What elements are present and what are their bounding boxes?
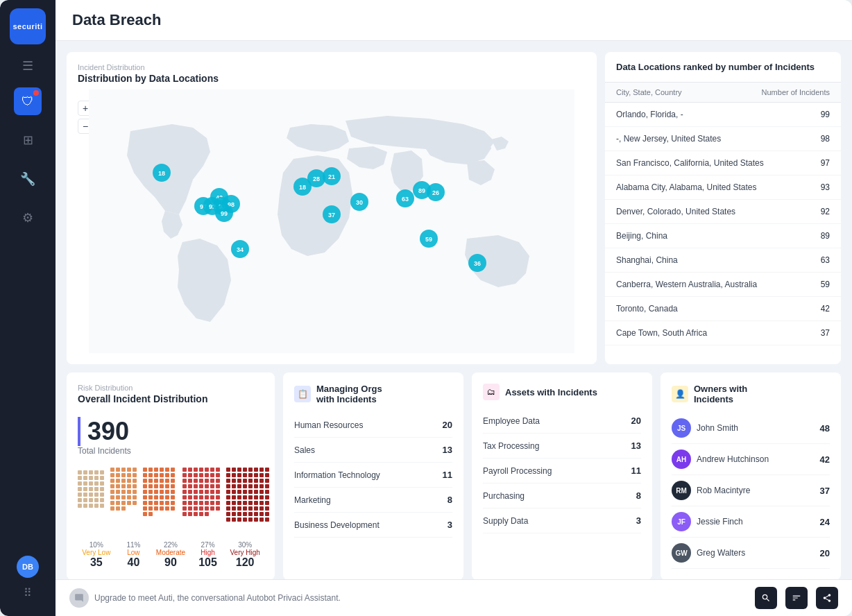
map-container: 18 42 97 xyxy=(78,89,586,353)
svg-rect-136 xyxy=(154,490,158,494)
svg-rect-198 xyxy=(199,495,203,499)
svg-rect-75 xyxy=(127,468,131,472)
list-item[interactable]: Shanghai, China 63 xyxy=(605,248,841,273)
sidebar-item-dashboard[interactable]: ⊞ xyxy=(14,126,42,154)
svg-rect-103 xyxy=(116,501,120,505)
sidebar-item-tools[interactable]: 🔧 xyxy=(14,165,42,193)
owner-row[interactable]: RM Rob Macintyre 37 xyxy=(672,475,830,506)
map-pin-34[interactable]: 34 xyxy=(231,240,249,258)
list-item[interactable]: Information Technology 11 xyxy=(294,463,452,488)
svg-rect-134 xyxy=(143,490,147,494)
map-pin-21[interactable]: 21 xyxy=(323,167,341,185)
list-item[interactable]: Payroll Processing 11 xyxy=(483,459,641,484)
share-button[interactable] xyxy=(816,587,838,609)
svg-rect-63 xyxy=(83,498,87,502)
dots-very-high xyxy=(226,468,272,533)
nav-badge xyxy=(33,90,39,96)
owner-row[interactable]: JS John Smith 48 xyxy=(672,413,830,444)
list-item[interactable]: Cape Town, South Africa 37 xyxy=(605,321,841,345)
list-item[interactable]: Toronto, Canada 42 xyxy=(605,297,841,321)
list-item[interactable]: Marketing 8 xyxy=(294,488,452,513)
map-pin-26[interactable]: 26 xyxy=(427,183,445,201)
svg-rect-177 xyxy=(199,479,203,483)
owner-row[interactable]: GW Greg Walters 20 xyxy=(672,538,830,569)
svg-rect-252 xyxy=(265,484,269,488)
svg-text:30: 30 xyxy=(356,199,363,206)
list-item[interactable]: Employee Data 20 xyxy=(483,409,641,434)
list-item[interactable]: Human Resources 20 xyxy=(294,413,452,438)
map-pin-30[interactable]: 30 xyxy=(350,193,368,211)
svg-rect-144 xyxy=(165,495,169,499)
svg-rect-100 xyxy=(127,495,131,499)
map-pin-18[interactable]: 18 xyxy=(153,164,171,182)
svg-rect-149 xyxy=(160,501,164,505)
owner-count: 42 xyxy=(820,454,830,465)
svg-rect-84 xyxy=(121,479,126,483)
svg-rect-287 xyxy=(237,512,241,516)
owner-avatar: JF xyxy=(672,512,691,531)
list-item[interactable]: Supply Data 3 xyxy=(483,508,641,533)
svg-rect-209 xyxy=(182,506,187,511)
svg-rect-217 xyxy=(188,512,192,516)
list-item[interactable]: -, New Jersey, United States 98 xyxy=(605,127,841,151)
svg-rect-285 xyxy=(226,512,230,516)
svg-rect-269 xyxy=(226,501,230,505)
svg-rect-64 xyxy=(89,498,93,502)
sidebar-item-settings[interactable]: ⚙ xyxy=(14,204,42,232)
svg-rect-142 xyxy=(154,495,158,499)
total-incidents: 390 Total Incidents xyxy=(78,417,264,456)
owner-row[interactable]: AH Andrew Hutchinson 42 xyxy=(672,444,830,475)
list-item[interactable]: Business Development 3 xyxy=(294,513,452,538)
search-button[interactable] xyxy=(755,587,777,609)
owner-count: 37 xyxy=(820,486,830,496)
svg-rect-131 xyxy=(160,484,164,488)
svg-rect-279 xyxy=(237,506,241,511)
menu-icon[interactable]: ☰ xyxy=(22,58,33,74)
svg-rect-214 xyxy=(210,506,214,511)
map-pin-37[interactable]: 37 xyxy=(323,205,341,223)
app-logo: securiti xyxy=(10,8,46,44)
svg-rect-118 xyxy=(154,473,158,477)
svg-rect-132 xyxy=(165,484,169,488)
list-item[interactable]: Canberra, Western Australia, Australia 5… xyxy=(605,273,841,297)
svg-rect-161 xyxy=(188,468,192,472)
svg-rect-176 xyxy=(194,479,198,483)
list-item[interactable]: Purchasing 8 xyxy=(483,484,641,508)
list-item[interactable]: Alabama City, Alabama, United States 93 xyxy=(605,176,841,200)
svg-rect-91 xyxy=(133,484,137,488)
list-item[interactable]: Beijing, China 89 xyxy=(605,224,841,248)
chat-text: Upgrade to meet Auti, the conversational… xyxy=(94,593,341,603)
svg-rect-278 xyxy=(232,506,236,511)
map-pin-59[interactable]: 59 xyxy=(420,230,438,248)
list-item[interactable]: San Francisco, California, United States… xyxy=(605,151,841,176)
map-pin-28[interactable]: 28 xyxy=(307,169,325,187)
svg-rect-52 xyxy=(78,487,82,491)
svg-rect-181 xyxy=(182,484,187,488)
map-pin-99[interactable]: 99 xyxy=(215,204,233,222)
svg-rect-159 xyxy=(148,512,153,516)
svg-rect-260 xyxy=(265,490,269,494)
svg-rect-152 xyxy=(143,506,147,511)
svg-rect-244 xyxy=(265,479,269,483)
map-pin-36[interactable]: 36 xyxy=(468,254,486,272)
list-item[interactable]: Tax Processing 13 xyxy=(483,434,641,459)
user-avatar[interactable]: DB xyxy=(17,556,39,578)
list-item[interactable]: Denver, Colorado, United States 92 xyxy=(605,200,841,224)
svg-rect-257 xyxy=(248,490,253,494)
svg-rect-271 xyxy=(237,501,241,505)
owner-count: 48 xyxy=(820,423,830,434)
svg-rect-258 xyxy=(254,490,258,494)
svg-text:59: 59 xyxy=(425,236,432,243)
list-item[interactable]: Orlando, Florida, - 99 xyxy=(605,103,841,127)
sidebar-item-shield[interactable]: 🛡 xyxy=(14,87,42,115)
svg-rect-60 xyxy=(94,493,99,497)
map-pin-63[interactable]: 63 xyxy=(396,189,414,207)
dots-high xyxy=(182,468,224,533)
filter-button[interactable] xyxy=(785,587,808,609)
svg-rect-272 xyxy=(243,501,247,505)
svg-rect-213 xyxy=(205,506,209,511)
svg-rect-300 xyxy=(265,517,269,522)
apps-icon[interactable]: ⠿ xyxy=(24,586,32,599)
list-item[interactable]: Sales 13 xyxy=(294,438,452,463)
owner-row[interactable]: JF Jessie Finch 24 xyxy=(672,506,830,538)
